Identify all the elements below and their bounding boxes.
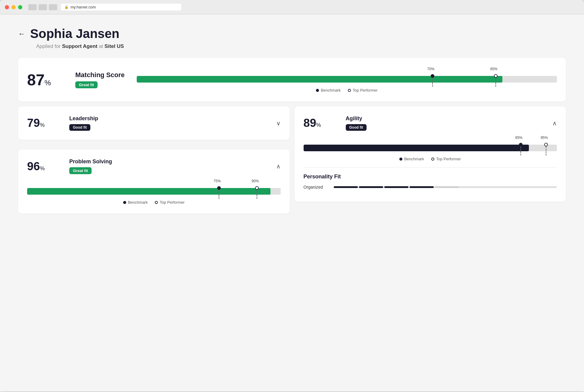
legend-top-performer-label: Top Performer <box>353 88 377 93</box>
maximize-button[interactable] <box>18 5 22 9</box>
matching-score-number: 87% <box>27 71 63 89</box>
window-controls <box>28 4 57 10</box>
problem-solving-chevron[interactable]: ∧ <box>276 163 281 170</box>
ps-legend-benchmark-label: Benchmark <box>128 200 148 205</box>
back-title-row: ← Sophia Jansen <box>18 27 566 41</box>
back-arrow-button[interactable]: ← <box>18 30 25 38</box>
agility-label-section: Agility Good fit <box>346 115 367 131</box>
ps-benchmark-dot <box>217 186 221 190</box>
agility-left: 89% Agility Good fit <box>304 115 367 131</box>
legend-benchmark-label: Benchmark <box>321 88 341 93</box>
url-text: my.harver.com <box>70 5 96 9</box>
agility-card: 89% Agility Good fit ∧ 85% 95% <box>295 106 566 202</box>
personality-seg-3 <box>384 186 408 188</box>
problem-solving-bar-container <box>27 188 281 195</box>
traffic-lights <box>5 5 22 9</box>
problem-solving-left: 96% Problem Solving Great fit <box>27 158 112 174</box>
agility-benchmark-label: 85% <box>515 136 523 140</box>
ps-legend-benchmark: Benchmark <box>123 200 148 205</box>
matching-score-bar-fill <box>137 76 502 83</box>
ps-legend-top-performer: Top Performer <box>155 200 184 205</box>
problem-solving-header: 96% Problem Solving Great fit ∧ <box>27 158 281 174</box>
matching-score-bar-container <box>137 76 557 83</box>
matching-score-bar-wrapper: 70% 85% <box>137 67 557 93</box>
problem-solving-label-section: Problem Solving Great fit <box>69 158 112 174</box>
close-button[interactable] <box>5 5 9 9</box>
ps-legend-top-performer-dot <box>155 201 158 204</box>
leadership-chevron[interactable]: ∨ <box>276 120 281 127</box>
subtitle-role: Support Agent <box>62 43 97 49</box>
personality-fit-section: Personality Fit Organized <box>304 174 557 190</box>
ps-legend-top-performer-label: Top Performer <box>160 200 184 205</box>
problem-solving-bar-fill <box>27 188 270 195</box>
ps-benchmark-marker <box>217 186 221 199</box>
problem-solving-card: 96% Problem Solving Great fit ∧ 75% 90% <box>18 149 290 214</box>
top-performer-marker <box>494 74 498 87</box>
agility-top-performer-line <box>546 146 546 155</box>
agility-legend-benchmark: Benchmark <box>399 157 424 161</box>
address-bar[interactable]: 🔒 my.harver.com <box>61 4 181 11</box>
problem-solving-title: Problem Solving <box>69 158 112 165</box>
problem-solving-legend: Benchmark Top Performer <box>27 200 281 205</box>
legend-top-performer: Top Performer <box>348 88 377 93</box>
left-col: 79% Leadership Good fit ∨ <box>18 106 290 218</box>
subtitle-prefix: Applied for <box>36 43 61 49</box>
problem-solving-score: 96% <box>27 160 63 173</box>
personality-bar-organized <box>334 186 557 188</box>
page-content: ← Sophia Jansen Applied for Support Agen… <box>0 14 584 391</box>
problem-solving-bar-wrapper: 75% 90% <box>27 179 281 205</box>
agility-legend-top-performer-dot <box>431 158 434 161</box>
problem-solving-badge: Great fit <box>69 167 92 174</box>
ps-top-performer-line <box>257 190 257 199</box>
agility-benchmark-marker <box>519 143 523 155</box>
agility-top-performer-label: 95% <box>541 136 548 140</box>
problem-solving-bar-track <box>27 188 281 195</box>
agility-legend-top-performer-label: Top Performer <box>436 157 461 161</box>
page-subtitle: Applied for Support Agent at Sitel US <box>36 43 566 49</box>
personality-seg-2 <box>359 186 383 188</box>
agility-benchmark-line <box>520 146 521 155</box>
page-header: ← Sophia Jansen Applied for Support Agen… <box>18 27 566 49</box>
personality-seg-1 <box>334 186 358 188</box>
agility-legend-benchmark-label: Benchmark <box>404 157 424 161</box>
matching-score-badge: Great fit <box>75 81 98 88</box>
top-performer-label-85: 85% <box>490 67 498 71</box>
agility-benchmark-dot <box>519 143 523 146</box>
ps-top-performer-marker <box>255 186 259 199</box>
agility-bar-fill <box>304 145 529 151</box>
benchmark-dot <box>431 74 434 78</box>
agility-chevron[interactable]: ∧ <box>552 120 557 127</box>
ps-top-performer-label: 90% <box>251 179 259 183</box>
agility-bar-container <box>304 145 557 151</box>
agility-top-performer-dot <box>544 143 548 146</box>
personality-seg-5 <box>435 186 459 188</box>
leadership-label-section: Leadership Good fit <box>69 115 98 131</box>
benchmark-label-70: 70% <box>427 67 434 71</box>
nav-home-btn[interactable] <box>49 4 57 10</box>
lock-icon: 🔒 <box>64 5 69 9</box>
nav-forward-btn[interactable] <box>39 4 47 10</box>
leadership-card: 79% Leadership Good fit ∨ <box>18 106 290 140</box>
benchmark-line <box>432 78 433 87</box>
agility-badge: Good fit <box>346 124 367 131</box>
top-performer-line <box>495 78 496 87</box>
ps-legend-benchmark-dot <box>123 201 126 204</box>
personality-item-organized: Organized <box>304 185 557 190</box>
leadership-title: Leadership <box>69 115 98 122</box>
agility-legend-benchmark-dot <box>399 158 402 161</box>
agility-legend: Benchmark Top Performer <box>304 157 557 161</box>
leadership-score: 79% <box>27 117 63 130</box>
leadership-header: 79% Leadership Good fit ∨ <box>27 115 281 131</box>
nav-back-btn[interactable] <box>28 4 37 10</box>
agility-bar-wrapper: 85% 95% <box>304 136 557 161</box>
legend-benchmark: Benchmark <box>316 88 341 93</box>
matching-score-progress: 70% 85% <box>137 67 557 93</box>
legend-top-performer-dot <box>348 89 351 92</box>
leadership-badge: Good fit <box>69 124 90 131</box>
agility-title: Agility <box>346 115 367 122</box>
ps-benchmark-line <box>219 190 219 199</box>
benchmark-marker <box>431 74 434 87</box>
legend-benchmark-dot <box>316 89 319 92</box>
minimize-button[interactable] <box>11 5 16 9</box>
window-chrome: 🔒 my.harver.com ← Sophia Jansen Applied … <box>0 0 584 391</box>
